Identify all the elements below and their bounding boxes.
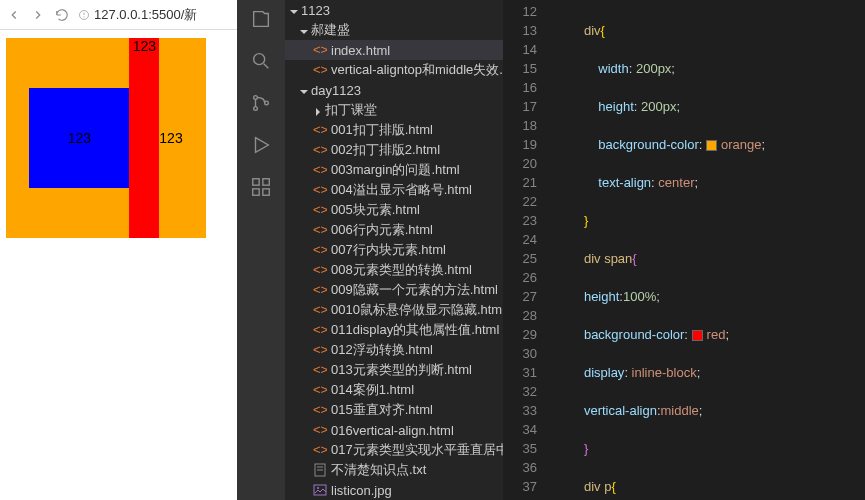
svg-text:<>: <> — [313, 403, 327, 417]
file-item[interactable]: <>006行内元素.html — [285, 220, 503, 240]
color-swatch-red — [692, 330, 703, 341]
file-item[interactable]: <>015垂直对齐.html — [285, 400, 503, 420]
url-text: 127.0.0.1:5500/新 — [94, 6, 197, 24]
file-item[interactable]: <>014案例1.html — [285, 380, 503, 400]
text-icon — [313, 463, 327, 477]
preview-p: 123 — [29, 88, 129, 188]
file-item[interactable]: <>007行内块元素.html — [285, 240, 503, 260]
file-item[interactable]: <>004溢出显示省略号.html — [285, 180, 503, 200]
folder-1123[interactable]: 1123 — [285, 0, 503, 20]
svg-point-36 — [317, 487, 319, 489]
svg-text:<>: <> — [313, 363, 327, 377]
html-icon: <> — [313, 63, 327, 77]
svg-text:<>: <> — [313, 303, 327, 317]
chevron-down-icon — [289, 5, 299, 15]
svg-text:<>: <> — [313, 63, 327, 77]
svg-point-5 — [254, 96, 258, 100]
svg-text:<>: <> — [313, 243, 327, 257]
preview-span: 123 — [129, 38, 159, 238]
html-icon: <> — [313, 403, 327, 417]
svg-text:<>: <> — [313, 183, 327, 197]
preview-div: 123123123 — [6, 38, 206, 238]
file-item[interactable]: <>008元素类型的转换.html — [285, 260, 503, 280]
file-image[interactable]: listicon.jpg — [285, 480, 503, 500]
svg-text:<>: <> — [313, 203, 327, 217]
html-icon: <> — [313, 203, 327, 217]
code-editor[interactable]: 1213141516171819202122232425262728293031… — [503, 0, 865, 500]
file-vertical-align[interactable]: <>vertical-aligntop和middle失效... — [285, 60, 503, 80]
svg-text:<>: <> — [313, 163, 327, 177]
html-icon: <> — [313, 123, 327, 137]
html-icon: <> — [313, 363, 327, 377]
html-icon: <> — [313, 383, 327, 397]
html-icon: <> — [313, 223, 327, 237]
file-explorer: 1123 郝建盛 <>index.html <>vertical-alignto… — [285, 0, 503, 500]
html-icon: <> — [313, 423, 327, 437]
chevron-right-icon — [313, 105, 323, 115]
image-icon — [313, 483, 327, 497]
file-item[interactable]: <>003margin的问题.html — [285, 160, 503, 180]
file-item[interactable]: <>012浮动转换.html — [285, 340, 503, 360]
source-control-icon[interactable] — [250, 92, 272, 114]
html-icon: <> — [313, 323, 327, 337]
file-item[interactable]: <>009隐藏一个元素的方法.html — [285, 280, 503, 300]
extensions-icon[interactable] — [250, 176, 272, 198]
browser-toolbar: 127.0.0.1:5500/新 — [0, 0, 237, 30]
svg-text:<>: <> — [313, 383, 327, 397]
back-icon[interactable] — [6, 7, 22, 23]
svg-point-6 — [254, 107, 258, 111]
search-icon[interactable] — [250, 50, 272, 72]
svg-text:<>: <> — [313, 283, 327, 297]
html-icon: <> — [313, 183, 327, 197]
html-icon: <> — [313, 43, 327, 57]
svg-rect-9 — [253, 179, 259, 185]
folder-kouding[interactable]: 扣丁课堂 — [285, 100, 503, 120]
html-icon: <> — [313, 263, 327, 277]
html-icon: <> — [313, 243, 327, 257]
page-preview: 123123123 — [0, 30, 237, 246]
file-item[interactable]: <>002扣丁排版2.html — [285, 140, 503, 160]
svg-text:<>: <> — [313, 43, 327, 57]
file-item[interactable]: <>005块元素.html — [285, 200, 503, 220]
file-item[interactable]: <>0010鼠标悬停做显示隐藏.html — [285, 300, 503, 320]
svg-text:<>: <> — [313, 143, 327, 157]
svg-text:<>: <> — [313, 423, 327, 437]
chevron-down-icon — [299, 85, 309, 95]
forward-icon[interactable] — [30, 7, 46, 23]
file-item[interactable]: <>016vertical-align.html — [285, 420, 503, 440]
browser-pane: 127.0.0.1:5500/新 123123123 — [0, 0, 237, 500]
preview-text: 123 — [159, 130, 182, 146]
line-gutter: 1213141516171819202122232425262728293031… — [503, 0, 555, 500]
svg-rect-11 — [253, 189, 259, 195]
explorer-icon[interactable] — [250, 8, 272, 30]
debug-icon[interactable] — [250, 134, 272, 156]
svg-line-4 — [264, 64, 269, 69]
address-bar[interactable]: 127.0.0.1:5500/新 — [78, 6, 197, 24]
file-item[interactable]: <>001扣丁排版.html — [285, 120, 503, 140]
svg-text:<>: <> — [313, 343, 327, 357]
file-index[interactable]: <>index.html — [285, 40, 503, 60]
svg-rect-10 — [263, 179, 269, 185]
file-txt[interactable]: 不清楚知识点.txt — [285, 460, 503, 480]
svg-text:<>: <> — [313, 263, 327, 277]
folder-haojiangsheng[interactable]: 郝建盛 — [285, 20, 503, 40]
html-icon: <> — [313, 343, 327, 357]
folder-day1123[interactable]: day1123 — [285, 80, 503, 100]
html-icon: <> — [313, 443, 327, 457]
activity-bar — [237, 0, 285, 500]
file-item[interactable]: <>011display的其他属性值.html — [285, 320, 503, 340]
svg-text:<>: <> — [313, 123, 327, 137]
reload-icon[interactable] — [54, 7, 70, 23]
html-icon: <> — [313, 143, 327, 157]
code-content[interactable]: div{ width: 200px; height: 200px; backgr… — [555, 0, 865, 500]
chevron-down-icon — [299, 25, 309, 35]
file-item[interactable]: <>013元素类型的判断.html — [285, 360, 503, 380]
svg-text:<>: <> — [313, 223, 327, 237]
svg-text:<>: <> — [313, 323, 327, 337]
color-swatch-orange — [706, 140, 717, 151]
file-item[interactable]: <>017元素类型实现水平垂直居中... — [285, 440, 503, 460]
html-icon: <> — [313, 283, 327, 297]
svg-point-3 — [254, 54, 265, 65]
svg-text:<>: <> — [313, 443, 327, 457]
svg-marker-8 — [256, 138, 269, 153]
